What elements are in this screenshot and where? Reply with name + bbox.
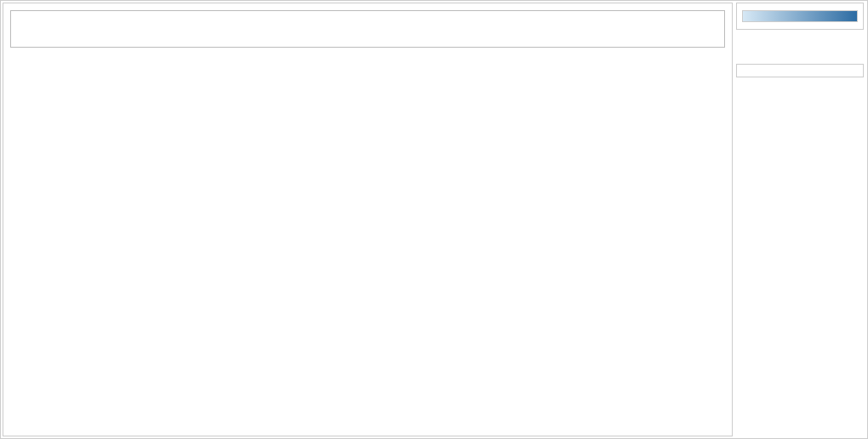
annotation-2004 (437, 290, 446, 297)
dashboard (0, 0, 868, 439)
legend-size (736, 64, 864, 77)
legend-gradient (742, 10, 858, 22)
legend-color (736, 3, 864, 30)
line-chart (44, 53, 728, 427)
chart-title-box (10, 10, 725, 48)
chart-panel (3, 3, 733, 436)
annotation-2003 (254, 87, 263, 94)
